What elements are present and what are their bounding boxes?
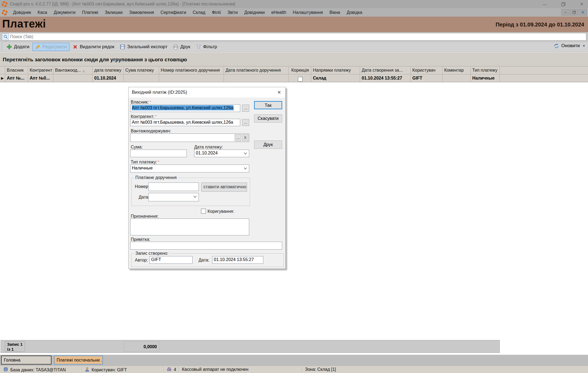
- add-button[interactable]: Додати: [4, 43, 32, 51]
- refresh-dropdown-icon[interactable]: ▾: [583, 44, 585, 48]
- cell-pay-type[interactable]: Наличные: [471, 74, 500, 82]
- menu-dovidnyk[interactable]: Довідник: [10, 9, 34, 16]
- menu-sklad[interactable]: Склад: [190, 9, 209, 16]
- contragent-field[interactable]: Апт №003 пгт.Барышевка, ул.Киевский шлях…: [130, 119, 240, 126]
- group-by-band[interactable]: Перетягніть заголовок колонки сюди для у…: [0, 52, 588, 66]
- tab-supplier-payments[interactable]: Платежі постачальни ..: [54, 356, 103, 365]
- sum-field[interactable]: [130, 150, 187, 157]
- menu-zvity[interactable]: Звіти: [224, 9, 241, 16]
- pay-date-field[interactable]: 01.10.2024: [194, 150, 249, 157]
- contragent-browse-button[interactable]: ...: [242, 119, 249, 126]
- menu-vikna[interactable]: Вікна: [326, 9, 343, 16]
- consignee-browse-button[interactable]: ...: [235, 134, 241, 141]
- cell-direction[interactable]: Склад: [311, 74, 360, 82]
- delete-row-button[interactable]: Видалити рядок: [70, 43, 117, 51]
- row-marker-icon: ▶: [0, 74, 5, 82]
- menu-dovidka[interactable]: Довідка: [343, 9, 366, 16]
- order-number-field[interactable]: [148, 183, 199, 191]
- table-row[interactable]: ▶ Апт №... Апт №0... 01.10.2024 Склад 01…: [0, 74, 588, 82]
- cell-sum[interactable]: [124, 74, 159, 82]
- col-header-created[interactable]: Дата створення за...: [360, 66, 411, 74]
- col-header-consignee[interactable]: Вантажоод...△: [53, 66, 93, 74]
- dialog-close-icon[interactable]: ✕: [276, 89, 282, 95]
- outgoing-payment-dialog: Вихідний платіж (ID:2025) ✕ Власник:* Ап…: [128, 87, 286, 269]
- cell-user[interactable]: GIFT: [411, 74, 443, 82]
- menu-bar: Довідник Каса Документи Платежі Залишки …: [0, 8, 588, 17]
- floppy-icon: [120, 44, 125, 50]
- menu-platezhi[interactable]: Платежі: [79, 9, 102, 16]
- menu-zalyshky[interactable]: Залишки: [102, 9, 126, 16]
- close-icon[interactable]: ✕: [578, 1, 585, 8]
- correction-checkbox[interactable]: [298, 77, 303, 81]
- cell-consignee[interactable]: [53, 74, 93, 82]
- title-bar: Скарб pro v. 4.0.2.77 [ІД: 969] - [Апт №…: [0, 0, 588, 8]
- adjustment-label: Коригування:: [208, 209, 234, 214]
- col-header-comment[interactable]: Коментар: [443, 66, 471, 74]
- red-x-icon: [72, 44, 78, 50]
- text-caret: [233, 106, 234, 111]
- owner-browse-button[interactable]: ...: [242, 105, 249, 112]
- order-date-label: Дата:: [139, 195, 150, 200]
- print-button[interactable]: Друк: [170, 43, 193, 51]
- mdi-minimize-icon[interactable]: –: [561, 9, 569, 16]
- owner-field[interactable]: Апт №003 пгт.Барышевка, ул.Киевский шлях…: [130, 104, 240, 112]
- filter-button[interactable]: Фільтр: [193, 43, 220, 51]
- pay-type-select[interactable]: Наличные: [130, 165, 249, 172]
- adjustment-checkbox[interactable]: [201, 209, 206, 214]
- col-header-correction[interactable]: Корекція: [289, 66, 311, 74]
- menu-dokumenty[interactable]: Документи: [50, 9, 79, 16]
- cell-order-number[interactable]: [159, 74, 224, 82]
- cell-comment[interactable]: [443, 74, 471, 82]
- col-header-direction[interactable]: Напрямки платежу: [311, 66, 360, 74]
- cell-contragent[interactable]: Апт №0...: [28, 74, 53, 82]
- purpose-textarea[interactable]: [130, 219, 249, 235]
- created-date-field[interactable]: 01.10.2024 13:55:27: [212, 256, 263, 264]
- col-header-pay-date[interactable]: дата платежу: [93, 66, 124, 74]
- col-header-user[interactable]: Користувач: [411, 66, 443, 74]
- menu-sertyfikaty[interactable]: Сертифікати: [157, 9, 189, 16]
- search-input[interactable]: Поиск (Tab): [2, 33, 586, 41]
- cell-order-date[interactable]: [224, 74, 289, 82]
- menu-ehealth[interactable]: eHealth: [268, 9, 290, 16]
- minimize-icon[interactable]: —: [541, 1, 548, 8]
- search-icon: [2, 34, 9, 40]
- refresh-button[interactable]: Оновити ▾: [554, 43, 585, 48]
- restore-icon[interactable]: [560, 1, 567, 8]
- menu-dovidnyky[interactable]: Довідники: [241, 9, 268, 16]
- order-date-field[interactable]: [148, 193, 199, 201]
- cell-owner[interactable]: Апт №...: [5, 74, 28, 82]
- cell-correction[interactable]: [289, 74, 311, 82]
- tab-bar: Головна Платежі постачальни ..: [0, 355, 588, 366]
- status-separator: [82, 366, 82, 372]
- toolbar: Додати Редагувати Видалити рядок Загальн…: [0, 42, 588, 52]
- menu-filii[interactable]: Філії: [209, 9, 224, 16]
- pencil-icon: [35, 44, 41, 50]
- purpose-label: Призначення:: [131, 214, 159, 219]
- col-header-pay-type[interactable]: Тип платежу: [471, 66, 500, 74]
- dialog-print-button[interactable]: Друк: [254, 141, 282, 149]
- col-header-contragent[interactable]: Контрагент: [28, 66, 53, 74]
- order-auto-button[interactable]: ставити автоматично: [201, 183, 247, 192]
- menu-kasa[interactable]: Каса: [34, 9, 50, 16]
- col-header-order-date[interactable]: Дата платіжного доручення: [224, 66, 289, 74]
- tab-home[interactable]: Головна: [1, 356, 51, 365]
- edit-button[interactable]: Редагувати: [32, 43, 69, 51]
- col-header-owner[interactable]: Власник: [5, 66, 28, 74]
- menu-nalashtuvannia[interactable]: Налаштування: [290, 9, 326, 16]
- note-field[interactable]: [130, 242, 282, 250]
- mdi-close-icon[interactable]: ✕: [579, 9, 587, 16]
- cell-pay-date[interactable]: 01.10.2024: [93, 74, 124, 82]
- consignee-clear-button[interactable]: X: [242, 134, 248, 141]
- export-button[interactable]: Загальний експорт: [117, 43, 170, 51]
- consignee-field[interactable]: [130, 134, 249, 142]
- col-header-order-number[interactable]: Номер платіжного доручення: [159, 66, 224, 74]
- ok-button[interactable]: Так: [254, 101, 282, 109]
- cancel-button[interactable]: Скасувати: [254, 114, 282, 123]
- printer-icon: [173, 44, 178, 50]
- author-field[interactable]: GIFT: [150, 256, 193, 264]
- menu-zamovlennia[interactable]: Замовлення: [126, 9, 157, 16]
- status-bar: База даних: TASA3@TITAN Користувач: GIFT…: [0, 366, 588, 373]
- col-header-sum[interactable]: Сума платежу: [124, 66, 159, 74]
- mdi-restore-icon[interactable]: [570, 9, 578, 16]
- cell-created[interactable]: 01.10.2024 13:55:27: [360, 74, 411, 82]
